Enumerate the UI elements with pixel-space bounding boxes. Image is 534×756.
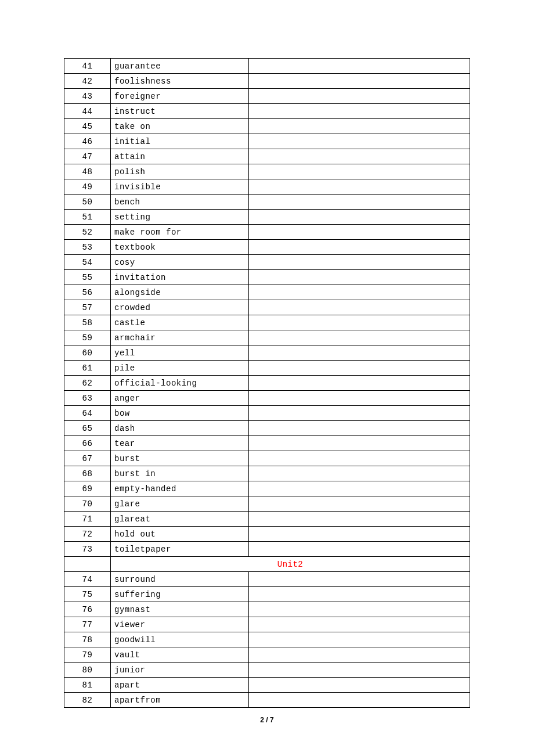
blank-cell xyxy=(249,527,470,542)
blank-cell xyxy=(249,678,470,693)
vocab-word: apart xyxy=(111,678,249,693)
blank-cell xyxy=(249,451,470,466)
table-row: 77viewer xyxy=(64,617,470,632)
blank-cell xyxy=(249,617,470,632)
blank-cell xyxy=(249,330,470,345)
blank-cell xyxy=(249,663,470,678)
blank-cell xyxy=(249,391,470,406)
table-row: 42foolishness xyxy=(64,74,470,89)
vocab-word: dash xyxy=(111,421,249,436)
vocab-word: apartfrom xyxy=(111,693,249,708)
row-number: 50 xyxy=(64,195,111,210)
vocab-word: attain xyxy=(111,149,249,164)
vocab-word: bench xyxy=(111,195,249,210)
vocab-word: tear xyxy=(111,436,249,451)
table-row: 44instruct xyxy=(64,104,470,119)
blank-cell xyxy=(249,345,470,361)
vocab-word: suffering xyxy=(111,587,249,602)
blank-cell xyxy=(249,542,470,557)
table-row: 71glareat xyxy=(64,512,470,527)
row-number: 65 xyxy=(64,421,111,436)
blank-cell xyxy=(249,104,470,119)
table-row: 64bow xyxy=(64,406,470,421)
row-number: 43 xyxy=(64,89,111,104)
vocab-word: take on xyxy=(111,119,249,134)
vocab-word: viewer xyxy=(111,617,249,632)
row-number: 58 xyxy=(64,315,111,330)
table-row: 57crowded xyxy=(64,300,470,315)
table-row: 66tear xyxy=(64,436,470,451)
row-number: 78 xyxy=(64,632,111,647)
blank-cell xyxy=(249,587,470,602)
blank-cell xyxy=(249,89,470,104)
table-row: 58castle xyxy=(64,315,470,330)
vocab-word: polish xyxy=(111,164,249,179)
table-row: 67burst xyxy=(64,451,470,466)
vocab-word: official-looking xyxy=(111,376,249,391)
blank-cell xyxy=(249,74,470,89)
table-row: 74surround xyxy=(64,572,470,587)
vocab-word: instruct xyxy=(111,104,249,119)
blank-cell xyxy=(249,255,470,270)
table-row: 49invisible xyxy=(64,179,470,195)
table-row: 78goodwill xyxy=(64,632,470,647)
vocab-word: foreigner xyxy=(111,89,249,104)
blank-cell xyxy=(249,361,470,376)
row-number: 52 xyxy=(64,225,111,240)
blank-cell xyxy=(249,195,470,210)
vocab-word: guarantee xyxy=(111,59,249,74)
row-number: 57 xyxy=(64,300,111,315)
table-row: 68burst in xyxy=(64,466,470,481)
vocab-word: toiletpaper xyxy=(111,542,249,557)
document-page: 41guarantee42foolishness43foreigner44ins… xyxy=(0,0,534,756)
blank-cell xyxy=(249,693,470,708)
row-number: 69 xyxy=(64,481,111,496)
vocab-word: initial xyxy=(111,134,249,149)
table-row: 54cosy xyxy=(64,255,470,270)
table-row: 73toiletpaper xyxy=(64,542,470,557)
vocab-word: bow xyxy=(111,406,249,421)
row-number: 80 xyxy=(64,663,111,678)
table-row: 70glare xyxy=(64,496,470,512)
table-row: 72hold out xyxy=(64,527,470,542)
table-row: 75suffering xyxy=(64,587,470,602)
vocab-word: armchair xyxy=(111,330,249,345)
row-number: 70 xyxy=(64,496,111,512)
table-row: 61pile xyxy=(64,361,470,376)
row-number: 45 xyxy=(64,119,111,134)
vocab-word: foolishness xyxy=(111,74,249,89)
row-number: 62 xyxy=(64,376,111,391)
row-number: 71 xyxy=(64,512,111,527)
row-number: 79 xyxy=(64,647,111,663)
row-number: 51 xyxy=(64,210,111,225)
blank-cell xyxy=(249,481,470,496)
table-row: 69empty-handed xyxy=(64,481,470,496)
table-row: 79vault xyxy=(64,647,470,663)
blank-cell xyxy=(249,315,470,330)
vocab-word: burst xyxy=(111,451,249,466)
blank-cell xyxy=(249,406,470,421)
vocab-word: anger xyxy=(111,391,249,406)
blank-cell xyxy=(249,179,470,195)
blank-cell xyxy=(249,602,470,617)
blank-cell xyxy=(249,436,470,451)
table-row: 50bench xyxy=(64,195,470,210)
blank-cell xyxy=(249,496,470,512)
row-number: 63 xyxy=(64,391,111,406)
vocab-word: textbook xyxy=(111,240,249,255)
row-number: 46 xyxy=(64,134,111,149)
blank-cell xyxy=(249,421,470,436)
table-row: Unit2 xyxy=(64,557,470,572)
blank-cell xyxy=(249,119,470,134)
table-row: 80junior xyxy=(64,663,470,678)
blank-cell xyxy=(249,270,470,285)
row-number: 73 xyxy=(64,542,111,557)
row-number: 66 xyxy=(64,436,111,451)
page-number: 2 / 7 xyxy=(0,716,534,724)
vocab-word: junior xyxy=(111,663,249,678)
blank-cell xyxy=(249,59,470,74)
row-number: 81 xyxy=(64,678,111,693)
vocab-word: yell xyxy=(111,345,249,361)
blank-cell xyxy=(249,376,470,391)
row-number: 53 xyxy=(64,240,111,255)
